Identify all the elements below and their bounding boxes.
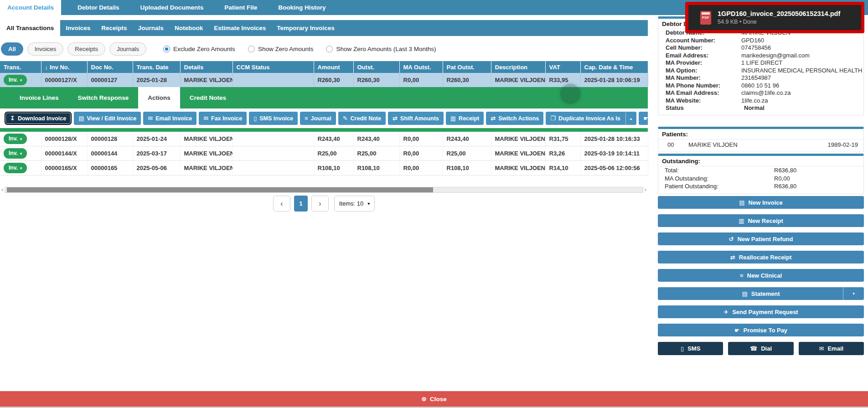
outstanding-label: MA Outstanding: — [665, 175, 774, 183]
prev-page-button[interactable]: ‹ — [273, 196, 290, 212]
table-row[interactable]: Inv.▾00000127/X000001272025-01-28MARIKE … — [0, 73, 648, 87]
caret-up-icon[interactable]: ▴ — [625, 112, 632, 125]
column-header-cap-date-time[interactable]: Cap. Date & Time — [580, 61, 648, 73]
dial-button[interactable]: ☎Dial — [728, 342, 793, 355]
nav-tab-debtor-details[interactable]: Debtor Details — [70, 0, 127, 15]
nav-tab-uploaded-documents[interactable]: Uploaded Documents — [133, 0, 211, 15]
promise-to-pay-button[interactable]: ☛Promise To Pay — [639, 112, 648, 125]
column-header-pat-outst[interactable]: Pat Outst. — [443, 61, 491, 73]
panel-tab-invoice-lines[interactable]: Invoice Lines — [10, 87, 68, 108]
cell-ccm — [232, 161, 314, 176]
statement-button[interactable]: ▤Statement▾ — [658, 287, 864, 300]
fax-invoice-button[interactable]: ✉Fax Invoice — [199, 112, 247, 125]
column-header-doc-no[interactable]: Doc No. — [87, 61, 133, 73]
promise-to-pay-button[interactable]: ☛Promise To Pay — [658, 324, 864, 336]
email-invoice-button[interactable]: ✉Email Invoice — [143, 112, 196, 125]
radio-show-zero-amounts-last-3-months[interactable]: Show Zero Amounts (Last 3 Months) — [326, 46, 436, 52]
new-receipt-button[interactable]: ▥New Receipt — [658, 214, 864, 227]
filter-chip-all[interactable]: All — [1, 42, 23, 56]
subnav-tab-all-transactions[interactable]: All Transactions — [0, 20, 60, 36]
scroll-right-icon[interactable]: › — [643, 186, 648, 193]
sms-button[interactable]: ▯SMS — [658, 342, 723, 355]
next-page-button[interactable]: › — [311, 196, 329, 212]
nav-tab-patient-file[interactable]: Patient File — [217, 0, 264, 15]
column-header-trans-date[interactable]: Trans. Date — [133, 61, 180, 73]
column-header-outst[interactable]: Outst. — [353, 61, 399, 73]
switch-actions-button[interactable]: ⇄Switch Actions — [486, 112, 543, 125]
sms-invoice-button[interactable]: ▯SMS Invoice — [249, 112, 298, 125]
filter-chip-journals[interactable]: Journals — [109, 42, 146, 56]
cell-vat: R14,10 — [545, 161, 580, 176]
download-toast[interactable]: 1GPD160_invoice_20250506152314.pdf 54.9 … — [685, 2, 864, 33]
subnav-tab-invoices[interactable]: Invoices — [60, 20, 96, 36]
new-patient-refund-button[interactable]: ↺New Patient Refund — [658, 232, 864, 245]
send-payment-request-button[interactable]: ✈Send Payment Request — [658, 305, 864, 318]
credit-note-button[interactable]: ✎Credit Note — [338, 112, 386, 125]
download-invoice-button[interactable]: ↧Download Invoice — [5, 112, 72, 125]
field-label: MA Phone Number: — [658, 82, 741, 90]
filter-chip-receipts[interactable]: Receipts — [67, 42, 105, 56]
patient-row[interactable]: 00MARIKE VILJOEN1989-02-19 — [658, 139, 863, 149]
document-icon: ▤ — [78, 115, 84, 122]
caret-down-icon: ▾ — [20, 166, 22, 170]
panel-tab-actions[interactable]: Actions — [138, 87, 180, 108]
new-invoice-button[interactable]: ▤New Invoice — [658, 196, 864, 209]
nav-tab-booking-history[interactable]: Booking History — [271, 0, 333, 15]
new-clinical-button[interactable]: ≡New Clinical — [658, 269, 864, 282]
trans-type-badge[interactable]: Inv.▾ — [4, 163, 27, 173]
close-button[interactable]: ⊗ Close — [0, 391, 868, 407]
column-header-description[interactable]: Description — [491, 61, 545, 73]
journal-button[interactable]: ≡Journal — [300, 112, 336, 125]
column-header-details[interactable]: Details — [180, 61, 232, 73]
trans-type-badge[interactable]: Inv.▾ — [4, 148, 27, 159]
panel-tab-switch-response[interactable]: Switch Response — [68, 87, 139, 108]
current-page-button[interactable]: 1 — [294, 196, 308, 212]
trans-type-badge[interactable]: Inv.▾ — [4, 134, 27, 144]
cell-doc-no: 00000127 — [87, 73, 133, 87]
column-header-trans[interactable]: Trans. — [0, 61, 41, 73]
email-button[interactable]: ✉Email — [799, 342, 864, 355]
caret-down-icon[interactable]: ▾ — [843, 287, 864, 300]
cell-description: MARIKE VILJOEN — [491, 146, 545, 161]
items-per-page-select[interactable]: Items: 10 ▾ — [334, 196, 375, 212]
email-icon: ✉ — [148, 115, 153, 122]
trans-type-badge[interactable]: Inv.▾ — [4, 75, 27, 85]
radio-exclude-zero-amounts[interactable]: Exclude Zero Amounts — [163, 46, 235, 52]
radio-circle-icon[interactable] — [163, 46, 170, 52]
subnav-tab-notebook[interactable]: Notebook — [169, 20, 208, 36]
scrollbar-track[interactable] — [5, 187, 643, 193]
receipt-button[interactable]: ▥Receipt — [446, 112, 484, 125]
subnav-tab-journals[interactable]: Journals — [133, 20, 169, 36]
horizontal-scrollbar[interactable]: ‹ › — [0, 186, 648, 193]
radio-show-zero-amounts[interactable]: Show Zero Amounts — [248, 46, 314, 52]
column-header-ccm-status[interactable]: CCM Status — [232, 61, 314, 73]
column-header-amount[interactable]: Amount — [314, 61, 353, 73]
panel-tab-credit-notes[interactable]: Credit Notes — [180, 87, 236, 108]
filter-chip-invoices[interactable]: Invoices — [27, 42, 64, 56]
column-header-inv-no[interactable]: ↓Inv No. — [41, 61, 87, 73]
column-header-vat[interactable]: VAT — [545, 61, 580, 73]
credit-note-icon: ✎ — [343, 115, 348, 122]
scrollbar-thumb[interactable] — [7, 187, 433, 192]
nav-tab-account-details[interactable]: Account Details — [0, 0, 61, 15]
table-row[interactable]: Inv.▾00000165/X000001652025-05-06MARIKE … — [0, 161, 648, 176]
scroll-left-icon[interactable]: ‹ — [0, 186, 5, 193]
duplicate-invoice-as-is-button[interactable]: ❐Duplicate Invoice As Is▴ — [546, 112, 636, 125]
cell-ccm — [232, 146, 314, 161]
field-value: GPD160 — [741, 37, 863, 45]
radio-circle-icon[interactable] — [248, 46, 255, 52]
email-icon: ✉ — [819, 345, 824, 352]
column-header-ma-outst[interactable]: MA Outst. — [399, 61, 443, 73]
table-row[interactable]: Inv.▾00000144/X000001442025-03-17MARIKE … — [0, 146, 648, 161]
caret-down-icon: ▾ — [20, 151, 22, 156]
subnav-tab-receipts[interactable]: Receipts — [96, 20, 132, 36]
subnav-tab-temporary-invoices[interactable]: Temporary Invoices — [271, 20, 340, 36]
view-edit-invoice-button[interactable]: ▤View / Edit Invoice — [74, 112, 141, 125]
cell-inv-no: 00000128/X — [41, 132, 87, 146]
shift-amounts-button[interactable]: ⇄Shift Amounts — [388, 112, 444, 125]
subnav-tab-estimate-invoices[interactable]: Estimate Invoices — [208, 20, 271, 36]
reallocate-receipt-button[interactable]: ⇄Reallocate Receipt — [658, 251, 864, 263]
radio-circle-icon[interactable] — [326, 46, 333, 52]
table-row[interactable]: Inv.▾00000128/X000001282025-01-24MARIKE … — [0, 132, 648, 146]
cell-vat: R3,26 — [545, 146, 580, 161]
